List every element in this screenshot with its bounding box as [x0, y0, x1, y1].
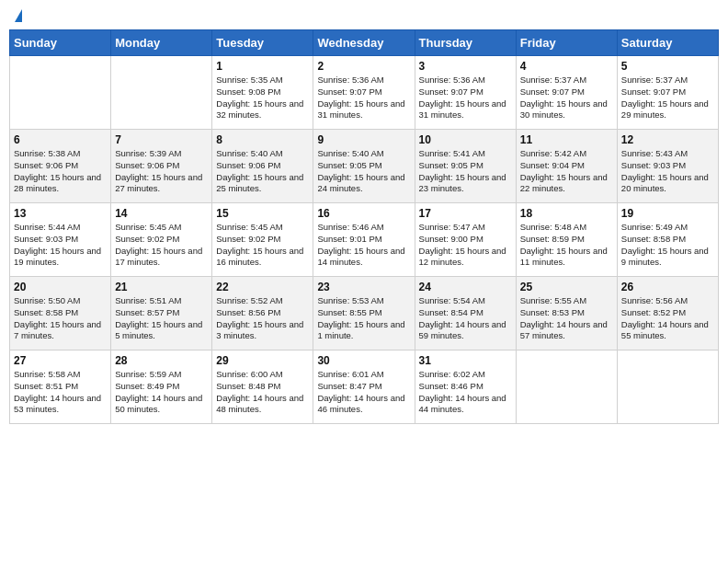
calendar-day-cell: 6Sunrise: 5:38 AMSunset: 9:06 PMDaylight…	[10, 130, 111, 203]
day-number: 8	[216, 133, 309, 146]
calendar-day-cell	[111, 56, 212, 130]
page-header	[9, 9, 719, 22]
weekday-header-friday: Friday	[516, 30, 617, 56]
day-number: 23	[317, 281, 410, 293]
day-info: Sunrise: 5:54 AMSunset: 8:54 PMDaylight:…	[419, 295, 512, 342]
day-info: Sunrise: 6:02 AMSunset: 8:46 PMDaylight:…	[419, 369, 512, 416]
calendar-day-cell: 19Sunrise: 5:49 AMSunset: 8:58 PMDayligh…	[617, 203, 718, 277]
weekday-header-monday: Monday	[111, 30, 212, 56]
day-info: Sunrise: 5:37 AMSunset: 9:07 PMDaylight:…	[520, 75, 613, 121]
calendar-day-cell: 13Sunrise: 5:44 AMSunset: 9:03 PMDayligh…	[10, 203, 111, 277]
day-number: 27	[14, 354, 107, 367]
weekday-header-saturday: Saturday	[617, 30, 718, 56]
calendar-week-row: 6Sunrise: 5:38 AMSunset: 9:06 PMDaylight…	[10, 130, 719, 203]
day-number: 10	[419, 133, 512, 146]
day-number: 6	[14, 133, 107, 146]
day-info: Sunrise: 5:46 AMSunset: 9:01 PMDaylight:…	[317, 222, 410, 269]
calendar-day-cell: 21Sunrise: 5:51 AMSunset: 8:57 PMDayligh…	[111, 277, 212, 350]
day-info: Sunrise: 5:40 AMSunset: 9:06 PMDaylight:…	[216, 148, 309, 195]
day-number: 31	[419, 354, 512, 367]
day-number: 26	[621, 281, 714, 293]
day-info: Sunrise: 5:44 AMSunset: 9:03 PMDaylight:…	[14, 222, 107, 269]
calendar-day-cell: 17Sunrise: 5:47 AMSunset: 9:00 PMDayligh…	[415, 203, 516, 277]
calendar-day-cell: 20Sunrise: 5:50 AMSunset: 8:58 PMDayligh…	[10, 277, 111, 350]
day-info: Sunrise: 5:55 AMSunset: 8:53 PMDaylight:…	[520, 295, 613, 342]
day-info: Sunrise: 5:36 AMSunset: 9:07 PMDaylight:…	[419, 75, 512, 121]
calendar-day-cell: 24Sunrise: 5:54 AMSunset: 8:54 PMDayligh…	[415, 277, 516, 350]
calendar-day-cell: 28Sunrise: 5:59 AMSunset: 8:49 PMDayligh…	[111, 350, 212, 424]
calendar-day-cell: 1Sunrise: 5:35 AMSunset: 9:08 PMDaylight…	[212, 56, 313, 130]
weekday-header-wednesday: Wednesday	[313, 30, 415, 56]
day-number: 3	[419, 60, 512, 73]
calendar-day-cell: 30Sunrise: 6:01 AMSunset: 8:47 PMDayligh…	[313, 350, 415, 424]
day-info: Sunrise: 5:43 AMSunset: 9:03 PMDaylight:…	[621, 148, 714, 195]
calendar-day-cell	[617, 350, 718, 424]
day-info: Sunrise: 5:38 AMSunset: 9:06 PMDaylight:…	[14, 148, 107, 195]
calendar-week-row: 1Sunrise: 5:35 AMSunset: 9:08 PMDaylight…	[10, 56, 719, 130]
day-info: Sunrise: 5:47 AMSunset: 9:00 PMDaylight:…	[419, 222, 512, 269]
calendar-day-cell: 14Sunrise: 5:45 AMSunset: 9:02 PMDayligh…	[111, 203, 212, 277]
day-info: Sunrise: 5:53 AMSunset: 8:55 PMDaylight:…	[317, 295, 410, 342]
day-number: 15	[216, 207, 309, 220]
day-number: 14	[115, 207, 208, 220]
day-number: 19	[621, 207, 714, 220]
day-number: 25	[520, 281, 613, 293]
calendar-day-cell: 10Sunrise: 5:41 AMSunset: 9:05 PMDayligh…	[415, 130, 516, 203]
day-number: 4	[520, 60, 613, 73]
calendar-day-cell	[516, 350, 617, 424]
calendar-day-cell: 3Sunrise: 5:36 AMSunset: 9:07 PMDaylight…	[415, 56, 516, 130]
calendar-day-cell: 9Sunrise: 5:40 AMSunset: 9:05 PMDaylight…	[313, 130, 415, 203]
day-number: 5	[621, 60, 714, 73]
logo	[13, 9, 22, 22]
calendar-day-cell: 23Sunrise: 5:53 AMSunset: 8:55 PMDayligh…	[313, 277, 415, 350]
calendar-day-cell: 22Sunrise: 5:52 AMSunset: 8:56 PMDayligh…	[212, 277, 313, 350]
calendar-day-cell: 12Sunrise: 5:43 AMSunset: 9:03 PMDayligh…	[617, 130, 718, 203]
day-number: 16	[317, 207, 410, 220]
calendar-week-row: 20Sunrise: 5:50 AMSunset: 8:58 PMDayligh…	[10, 277, 719, 350]
calendar-day-cell: 2Sunrise: 5:36 AMSunset: 9:07 PMDaylight…	[313, 56, 415, 130]
day-info: Sunrise: 5:39 AMSunset: 9:06 PMDaylight:…	[115, 148, 208, 195]
day-number: 7	[115, 133, 208, 146]
day-number: 28	[115, 354, 208, 367]
calendar-day-cell: 8Sunrise: 5:40 AMSunset: 9:06 PMDaylight…	[212, 130, 313, 203]
logo-triangle-icon	[15, 9, 22, 22]
day-info: Sunrise: 5:52 AMSunset: 8:56 PMDaylight:…	[216, 295, 309, 342]
day-info: Sunrise: 5:42 AMSunset: 9:04 PMDaylight:…	[520, 148, 613, 195]
calendar-day-cell: 29Sunrise: 6:00 AMSunset: 8:48 PMDayligh…	[212, 350, 313, 424]
calendar-day-cell: 31Sunrise: 6:02 AMSunset: 8:46 PMDayligh…	[415, 350, 516, 424]
day-number: 13	[14, 207, 107, 220]
day-number: 29	[216, 354, 309, 367]
calendar-day-cell: 18Sunrise: 5:48 AMSunset: 8:59 PMDayligh…	[516, 203, 617, 277]
calendar-day-cell: 11Sunrise: 5:42 AMSunset: 9:04 PMDayligh…	[516, 130, 617, 203]
day-info: Sunrise: 6:00 AMSunset: 8:48 PMDaylight:…	[216, 369, 309, 416]
calendar-day-cell: 16Sunrise: 5:46 AMSunset: 9:01 PMDayligh…	[313, 203, 415, 277]
day-number: 22	[216, 281, 309, 293]
calendar-table: SundayMondayTuesdayWednesdayThursdayFrid…	[9, 29, 719, 424]
weekday-header-thursday: Thursday	[415, 30, 516, 56]
day-info: Sunrise: 5:40 AMSunset: 9:05 PMDaylight:…	[317, 148, 410, 195]
day-info: Sunrise: 5:50 AMSunset: 8:58 PMDaylight:…	[14, 295, 107, 342]
calendar-day-cell: 26Sunrise: 5:56 AMSunset: 8:52 PMDayligh…	[617, 277, 718, 350]
day-info: Sunrise: 6:01 AMSunset: 8:47 PMDaylight:…	[317, 369, 410, 416]
day-info: Sunrise: 5:51 AMSunset: 8:57 PMDaylight:…	[115, 295, 208, 342]
weekday-header-tuesday: Tuesday	[212, 30, 313, 56]
calendar-day-cell: 15Sunrise: 5:45 AMSunset: 9:02 PMDayligh…	[212, 203, 313, 277]
day-number: 20	[14, 281, 107, 293]
day-number: 2	[317, 60, 410, 73]
calendar-week-row: 13Sunrise: 5:44 AMSunset: 9:03 PMDayligh…	[10, 203, 719, 277]
day-number: 9	[317, 133, 410, 146]
day-number: 30	[317, 354, 410, 367]
day-number: 11	[520, 133, 613, 146]
calendar-day-cell: 5Sunrise: 5:37 AMSunset: 9:07 PMDaylight…	[617, 56, 718, 130]
day-info: Sunrise: 5:37 AMSunset: 9:07 PMDaylight:…	[621, 75, 714, 121]
weekday-header-row: SundayMondayTuesdayWednesdayThursdayFrid…	[10, 30, 719, 56]
day-info: Sunrise: 5:59 AMSunset: 8:49 PMDaylight:…	[115, 369, 208, 416]
day-info: Sunrise: 5:58 AMSunset: 8:51 PMDaylight:…	[14, 369, 107, 416]
day-number: 21	[115, 281, 208, 293]
day-info: Sunrise: 5:56 AMSunset: 8:52 PMDaylight:…	[621, 295, 714, 342]
calendar-day-cell: 7Sunrise: 5:39 AMSunset: 9:06 PMDaylight…	[111, 130, 212, 203]
day-number: 1	[216, 60, 309, 73]
calendar-day-cell: 4Sunrise: 5:37 AMSunset: 9:07 PMDaylight…	[516, 56, 617, 130]
day-info: Sunrise: 5:41 AMSunset: 9:05 PMDaylight:…	[419, 148, 512, 195]
calendar-day-cell	[10, 56, 111, 130]
